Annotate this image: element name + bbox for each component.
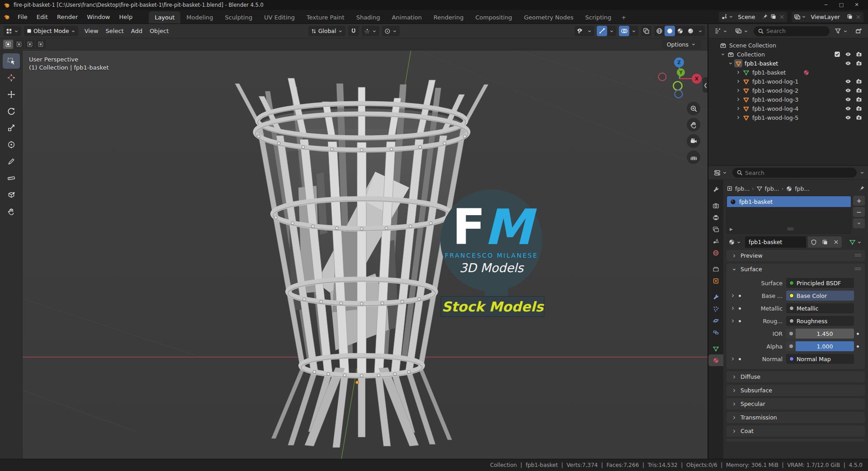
editor-type-button[interactable] bbox=[4, 26, 21, 36]
hide-eye-toggle[interactable] bbox=[843, 105, 854, 112]
breadcrumb-mesh[interactable]: fpb... bbox=[765, 185, 779, 192]
outliner-search-input[interactable] bbox=[766, 28, 826, 34]
panel-clipped[interactable] bbox=[726, 439, 865, 442]
panel-coat-header[interactable]: Coat bbox=[726, 425, 865, 437]
close-button[interactable]: ✕ bbox=[849, 0, 864, 10]
input-surface[interactable]: Principled BSDF bbox=[786, 278, 854, 288]
chevron-right-icon[interactable] bbox=[734, 106, 742, 111]
list-filter-arrow-icon[interactable]: ▶ bbox=[730, 227, 733, 231]
outliner-row[interactable]: fpb1-wood-log-1 bbox=[708, 77, 868, 86]
tab-rendering[interactable]: Rendering bbox=[428, 11, 469, 24]
hide-eye-toggle[interactable] bbox=[843, 96, 854, 103]
properties-tab-scene[interactable] bbox=[708, 235, 723, 247]
material-slot-list[interactable]: fpb1-basket ▶ bbox=[726, 196, 851, 234]
render-camera-toggle[interactable] bbox=[854, 60, 864, 66]
breadcrumb-object[interactable]: fpb... bbox=[735, 185, 750, 192]
outliner-row[interactable]: fpb1-wood-log-4 bbox=[708, 104, 868, 113]
visibility-toggle[interactable] bbox=[575, 26, 594, 36]
outliner-filter-button[interactable] bbox=[832, 26, 850, 36]
exclude-checkbox[interactable] bbox=[832, 51, 843, 57]
blender-menu-icon[interactable] bbox=[3, 10, 13, 24]
input-metallic[interactable]: Metallic bbox=[786, 303, 854, 313]
select-mode-subtract[interactable] bbox=[25, 40, 35, 49]
object-icon[interactable] bbox=[726, 185, 733, 192]
chevron-down-icon[interactable] bbox=[859, 170, 865, 175]
menu-help[interactable]: Help bbox=[115, 10, 137, 24]
mesh-data-icon[interactable] bbox=[756, 185, 763, 192]
tab-shading[interactable]: Shading bbox=[350, 11, 386, 24]
properties-tab-world[interactable] bbox=[708, 247, 723, 259]
chevron-right-icon[interactable] bbox=[729, 318, 736, 324]
chevron-down-icon[interactable] bbox=[696, 26, 705, 36]
viewport-menu-object[interactable]: Object bbox=[146, 28, 172, 34]
list-resize-grip[interactable] bbox=[787, 226, 794, 233]
chevron-right-icon[interactable] bbox=[734, 97, 742, 102]
editor-splitter[interactable] bbox=[708, 24, 708, 459]
shading-solid-button[interactable] bbox=[665, 26, 675, 36]
chevron-right-icon[interactable] bbox=[734, 79, 742, 84]
properties-search[interactable] bbox=[732, 168, 857, 178]
outliner-row[interactable]: Scene Collection bbox=[708, 41, 868, 50]
properties-tab-object[interactable] bbox=[708, 275, 723, 287]
tab-texture-paint[interactable]: Texture Paint bbox=[301, 11, 350, 24]
camera-view-button[interactable] bbox=[687, 134, 700, 148]
render-camera-toggle[interactable] bbox=[854, 78, 864, 85]
chevron-down-icon[interactable] bbox=[607, 26, 616, 36]
gizmos-toggle[interactable] bbox=[597, 26, 616, 36]
tool-measure[interactable] bbox=[3, 170, 20, 186]
tab-modeling[interactable]: Modeling bbox=[180, 11, 219, 24]
tab-sculpting[interactable]: Sculpting bbox=[219, 11, 258, 24]
outliner-row[interactable]: fpb1-wood-log-2 bbox=[708, 86, 868, 95]
select-mode-extend[interactable] bbox=[14, 40, 24, 49]
browse-material-button[interactable] bbox=[726, 236, 743, 248]
zoom-button[interactable] bbox=[687, 102, 700, 115]
viewport-menu-select[interactable]: Select bbox=[102, 28, 127, 34]
slot-specials-button[interactable] bbox=[853, 218, 865, 228]
pin-icon[interactable] bbox=[859, 185, 865, 192]
outliner-filter-id[interactable] bbox=[733, 26, 751, 36]
chevron-down-icon[interactable] bbox=[726, 61, 734, 66]
outliner-row[interactable]: fpb1-wood-log-5 bbox=[708, 113, 868, 122]
chevron-right-icon[interactable] bbox=[734, 115, 742, 120]
properties-tab-data[interactable] bbox=[708, 343, 723, 354]
fake-user-shield-button[interactable] bbox=[808, 236, 819, 248]
panel-transmission-header[interactable]: Transmission bbox=[726, 412, 865, 423]
tab-compositing[interactable]: Compositing bbox=[469, 11, 518, 24]
snapping-dropdown[interactable] bbox=[362, 26, 379, 36]
tool-cursor[interactable] bbox=[3, 70, 20, 85]
tab-layout[interactable]: Layout bbox=[149, 11, 180, 24]
chevron-down-icon[interactable] bbox=[719, 52, 726, 57]
properties-tab-output[interactable] bbox=[708, 212, 723, 223]
mode-selector[interactable]: Object Mode bbox=[24, 26, 78, 36]
input-roug-[interactable]: Roughness bbox=[786, 316, 854, 326]
panel-grip[interactable] bbox=[854, 266, 861, 273]
unlink-material-button[interactable] bbox=[830, 236, 842, 248]
shading-rendered-button[interactable] bbox=[685, 26, 696, 36]
transform-orientation[interactable]: Global bbox=[308, 26, 345, 36]
material-name-field[interactable]: fpb1-basket bbox=[745, 236, 806, 248]
menu-file[interactable]: File bbox=[13, 10, 32, 24]
copy-icon[interactable] bbox=[770, 14, 777, 20]
chevron-right-icon[interactable] bbox=[729, 306, 736, 311]
outliner-row[interactable]: Collection bbox=[708, 50, 868, 59]
properties-tab-view-layer[interactable] bbox=[708, 223, 723, 235]
tool-rotate[interactable] bbox=[3, 104, 20, 119]
properties-tab-material[interactable] bbox=[708, 354, 723, 366]
panel-specular-header[interactable]: Specular bbox=[726, 398, 865, 410]
copy-material-button[interactable] bbox=[819, 236, 830, 248]
render-camera-toggle[interactable] bbox=[854, 114, 864, 121]
xray-toggle[interactable] bbox=[641, 26, 651, 36]
tool-annotate[interactable] bbox=[3, 154, 20, 169]
chevron-down-icon[interactable] bbox=[585, 26, 594, 36]
render-camera-toggle[interactable] bbox=[854, 87, 864, 94]
minimize-button[interactable]: ─ bbox=[818, 0, 834, 10]
chevron-right-icon[interactable] bbox=[729, 356, 736, 362]
chevron-right-icon[interactable] bbox=[729, 293, 736, 298]
tool-add-cube[interactable] bbox=[3, 187, 20, 203]
copy-icon[interactable] bbox=[847, 14, 853, 20]
shading-wireframe-button[interactable] bbox=[654, 26, 665, 36]
maximize-button[interactable]: □ bbox=[834, 0, 849, 10]
select-mode-set[interactable] bbox=[3, 40, 13, 49]
scene-selector[interactable]: Scene bbox=[719, 12, 787, 22]
outliner-search[interactable] bbox=[754, 26, 830, 36]
